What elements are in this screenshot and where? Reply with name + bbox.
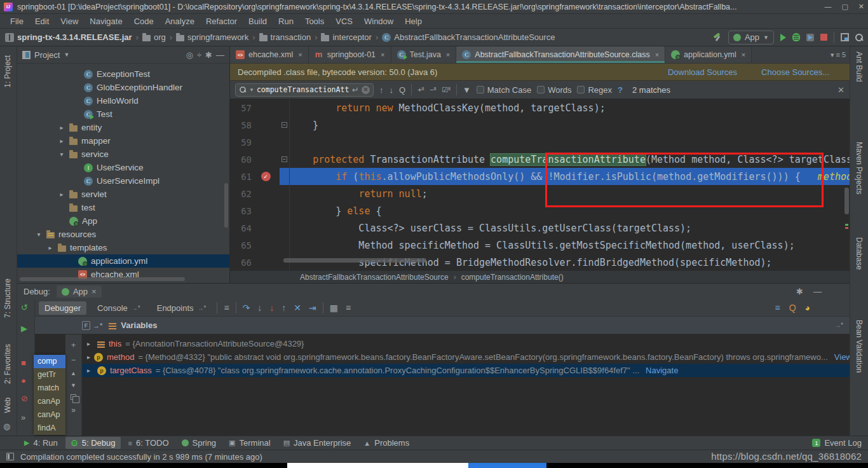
breadcrumb-method[interactable]: computeTransactionAttribute()	[461, 273, 564, 282]
event-log-button[interactable]: 1 Event Log	[812, 438, 862, 448]
tool-button-web[interactable]: Web	[3, 397, 12, 413]
gutter-fold-zone[interactable]	[280, 168, 290, 185]
variable-row-targetClass[interactable]: ▸ptargetClass = {Class@4078} "class org.…	[82, 364, 850, 377]
frame-item[interactable]: findA	[34, 422, 65, 435]
gutter-breakpoint-zone[interactable]	[252, 254, 280, 270]
frame-item[interactable]: canAp	[34, 408, 65, 422]
gutter-breakpoint-zone[interactable]	[252, 134, 280, 151]
code-line-58[interactable]: 58− }	[230, 116, 850, 134]
hide-panel-icon[interactable]: —	[216, 50, 224, 60]
variable-link-navigate[interactable]: Navigate	[646, 366, 678, 375]
layout-icon[interactable]: ≡	[222, 303, 230, 313]
expand-chevron-icon[interactable]: ▸	[87, 340, 93, 347]
tree-chevron-icon[interactable]: ▸	[58, 137, 65, 144]
tree-item-test[interactable]: test	[17, 201, 229, 214]
tree-chevron-icon[interactable]: ▸	[46, 244, 54, 251]
tool-button-database[interactable]: Database	[855, 237, 864, 270]
stop-button[interactable]	[820, 34, 827, 41]
tree-item-servlet[interactable]: ▸servlet	[17, 188, 229, 201]
gutter-fold-zone[interactable]	[280, 202, 290, 219]
tool-button-spring[interactable]: Spring	[177, 437, 222, 449]
match-case-checkbox[interactable]: Match Case	[477, 85, 531, 95]
tree-item-HelloWorld[interactable]: CHelloWorld	[17, 94, 229, 107]
code-line-63[interactable]: 63 } else {	[230, 202, 850, 219]
search-everywhere-icon[interactable]	[855, 34, 863, 41]
code-editor[interactable]: 57 return new MethodClassKey(method, tar…	[230, 99, 850, 270]
code-line-59[interactable]: 59	[230, 134, 850, 151]
search-input[interactable]: ▼ computeTransactionAttribute ↵ ✕	[235, 83, 374, 97]
close-button[interactable]: ✕	[858, 3, 864, 11]
tree-chevron-icon[interactable]: ▾	[35, 231, 43, 238]
code-line-64[interactable]: 64 Class<?> userClass = ClassUtils.getUs…	[230, 219, 850, 237]
words-checkbox[interactable]: Words	[537, 85, 571, 95]
close-tab-icon[interactable]: ×	[381, 51, 384, 59]
debug-tab-console[interactable]: Console→*	[92, 301, 146, 315]
code-line-65[interactable]: 65 Method specificMethod = ClassUtils.ge…	[230, 237, 850, 254]
toolwindow-icon[interactable]	[841, 33, 849, 41]
tree-item-App[interactable]: App	[17, 214, 229, 228]
editor-scrollbar-track[interactable]	[844, 99, 850, 270]
move-up-icon[interactable]: ▲	[71, 370, 76, 376]
maximize-button[interactable]: ▢	[841, 3, 848, 11]
frame-item[interactable]: match	[34, 382, 65, 395]
fold-marker-icon[interactable]: −	[281, 122, 287, 128]
regex-checkbox[interactable]: Regex	[577, 85, 612, 95]
stop-icon[interactable]: ■	[21, 358, 26, 368]
gutter-fold-zone[interactable]	[280, 237, 290, 254]
drop-frame-icon[interactable]: ✕	[292, 303, 302, 313]
tree-item-resources[interactable]: ▾resources	[17, 228, 229, 241]
menu-item-vcs[interactable]: VCS	[330, 15, 358, 27]
collapse-all-icon[interactable]: ÷	[197, 50, 201, 60]
breadcrumb-item[interactable]: transaction	[259, 32, 311, 42]
gutter-breakpoint-zone[interactable]	[252, 219, 280, 237]
regex-help-icon[interactable]: ?	[618, 85, 623, 95]
memory-gauge-icon[interactable]: ◕	[805, 303, 810, 313]
duplicate-icon[interactable]	[71, 394, 76, 400]
tool-button-ant-build[interactable]: Ant Build	[855, 52, 864, 82]
menu-item-refactor[interactable]: Refactor	[201, 15, 242, 27]
close-session-icon[interactable]: ×	[92, 287, 97, 296]
choose-sources-link[interactable]: Choose Sources...	[761, 67, 829, 77]
gutter-fold-zone[interactable]	[280, 219, 290, 237]
close-tab-icon[interactable]: ×	[655, 51, 659, 59]
editor-horizontal-scrollbar[interactable]	[283, 258, 426, 263]
editor-tab-AbstractFallbackTransactionAttributeSource.class[interactable]: CAbstractFallbackTransactionAttributeSou…	[456, 46, 665, 63]
minimize-button[interactable]: —	[824, 3, 831, 11]
tree-item-mapper[interactable]: ▸mapper	[17, 134, 229, 148]
more-actions-icon[interactable]: »	[21, 413, 25, 422]
more-icon[interactable]: »	[71, 406, 76, 415]
analyze-stacktrace-icon[interactable]: Q	[789, 303, 796, 313]
run-button[interactable]	[780, 34, 786, 41]
project-horizontal-scrollbar[interactable]	[20, 277, 185, 281]
menu-item-build[interactable]: Build	[243, 15, 272, 27]
rerun-icon[interactable]: ↺	[21, 303, 28, 312]
editor-tab-ehcache.xml[interactable]: <>ehcache.xml×	[230, 46, 309, 63]
editor-tab-Test.java[interactable]: CTest.java×	[391, 46, 457, 63]
menu-item-help[interactable]: Help	[400, 15, 427, 27]
menu-item-edit[interactable]: Edit	[30, 15, 54, 27]
frame-item[interactable]: canAp	[34, 395, 65, 408]
chevron-down-icon[interactable]: ▼	[64, 52, 69, 58]
menu-item-file[interactable]: File	[5, 15, 29, 27]
gutter-fold-zone[interactable]: −	[280, 116, 290, 134]
code-line-60[interactable]: 60− protected TransactionAttribute compu…	[230, 151, 850, 168]
close-find-bar-icon[interactable]: ✕	[837, 85, 844, 95]
tree-item-application.yml[interactable]: application.yml	[17, 254, 229, 268]
variable-link-view[interactable]: View	[834, 352, 850, 362]
code-line-61[interactable]: 61✓ if (this.allowPublicMethodsOnly() &&…	[230, 168, 850, 185]
remove-watch-icon[interactable]: −	[71, 355, 76, 364]
menu-item-view[interactable]: View	[55, 15, 83, 27]
clear-search-icon[interactable]: ✕	[362, 86, 370, 94]
breakpoint-icon[interactable]: ✓	[261, 172, 271, 181]
menu-item-run[interactable]: Run	[273, 15, 299, 27]
tree-item-entity[interactable]: ▸entity	[17, 121, 229, 134]
close-tab-icon[interactable]: ×	[298, 51, 302, 59]
tree-item-UserServiceImpl[interactable]: CUserServiceImpl	[17, 174, 229, 188]
add-watch-icon[interactable]: +	[71, 341, 76, 350]
tool-button-6-todo[interactable]: ≡6: TODO	[123, 437, 174, 449]
search-history-chevron-icon[interactable]: ▼	[249, 87, 254, 93]
debug-button[interactable]	[792, 33, 800, 41]
evaluate-expression-icon[interactable]: ▦	[329, 303, 339, 313]
breadcrumb-item[interactable]: interceptor	[321, 32, 371, 42]
tool-button-terminal[interactable]: ▣Terminal	[224, 437, 276, 449]
